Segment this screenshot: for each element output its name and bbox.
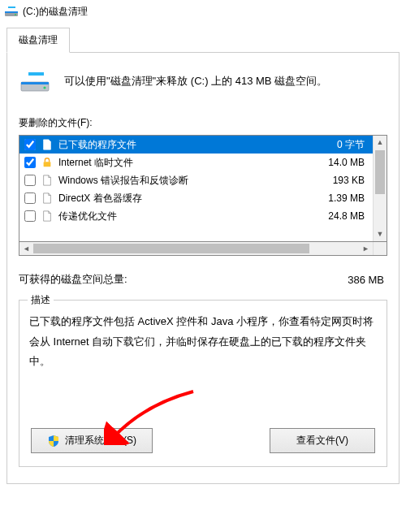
- file-size: 193 KB: [313, 175, 369, 186]
- svg-rect-8: [44, 162, 51, 167]
- lock-icon: [41, 156, 54, 169]
- list-item[interactable]: DirectX 着色器缓存1.39 MB: [19, 189, 373, 207]
- file-icon: [41, 192, 54, 205]
- svg-point-6: [43, 86, 45, 89]
- list-item[interactable]: 已下载的程序文件0 字节: [19, 136, 373, 154]
- list-item[interactable]: 传递优化文件24.8 MB: [19, 207, 373, 225]
- scroll-left-icon[interactable]: ◄: [19, 244, 33, 253]
- tab-panel: 可以使用"磁盘清理"来释放 (C:) 上的 413 MB 磁盘空间。 要删除的文…: [6, 52, 400, 484]
- scroll-down-icon[interactable]: ▼: [374, 227, 387, 241]
- svg-rect-5: [21, 82, 49, 84]
- file-checkbox[interactable]: [24, 157, 36, 168]
- svg-rect-7: [28, 72, 44, 76]
- hscroll-thumb[interactable]: [33, 244, 309, 253]
- file-label: Windows 错误报告和反馈诊断: [58, 174, 313, 188]
- file-label: DirectX 着色器缓存: [58, 192, 313, 205]
- scroll-up-icon[interactable]: ▲: [374, 136, 387, 149]
- files-listbox[interactable]: 已下载的程序文件0 字节Internet 临时文件14.0 MBWindows …: [19, 135, 387, 242]
- file-icon: [41, 138, 54, 151]
- file-icon: [41, 174, 54, 187]
- file-checkbox[interactable]: [24, 175, 36, 186]
- file-checkbox[interactable]: [24, 210, 36, 222]
- file-size: 14.0 MB: [313, 157, 369, 168]
- available-space-text: 可以使用"磁盘清理"来释放 (C:) 上的 413 MB 磁盘空间。: [64, 73, 327, 89]
- window-title: (C:)的磁盘清理: [23, 5, 88, 19]
- gain-value: 386 MB: [348, 274, 384, 286]
- files-to-delete-label: 要删除的文件(F):: [19, 116, 387, 130]
- shield-icon: [47, 435, 60, 448]
- list-item[interactable]: Internet 临时文件14.0 MB: [19, 154, 373, 171]
- file-size: 24.8 MB: [313, 210, 369, 222]
- file-size: 1.39 MB: [313, 192, 369, 204]
- file-label: 已下载的程序文件: [58, 138, 313, 152]
- description-group: 描述 已下载的程序文件包括 ActiveX 控件和 Java 小程序，你查看特定…: [19, 300, 387, 467]
- clean-system-files-button[interactable]: 清理系统文件(S): [31, 428, 153, 453]
- file-checkbox[interactable]: [24, 139, 36, 150]
- description-legend: 描述: [28, 293, 54, 307]
- file-icon: [41, 210, 54, 223]
- titlebar: (C:)的磁盘清理: [0, 0, 406, 23]
- file-size: 0 字节: [313, 138, 369, 152]
- scroll-right-icon[interactable]: ►: [359, 244, 373, 253]
- file-label: Internet 临时文件: [58, 156, 313, 170]
- disk-cleanup-icon: [5, 5, 18, 18]
- svg-rect-3: [8, 6, 15, 8]
- svg-point-2: [15, 14, 16, 15]
- drive-icon: [20, 69, 50, 93]
- view-files-button[interactable]: 查看文件(V): [270, 428, 375, 453]
- scroll-thumb[interactable]: [375, 150, 385, 194]
- tab-disk-cleanup[interactable]: 磁盘清理: [6, 28, 70, 53]
- description-text: 已下载的程序文件包括 ActiveX 控件和 Java 小程序，你查看特定网页时…: [29, 312, 377, 405]
- file-checkbox[interactable]: [24, 192, 36, 204]
- gain-label: 可获得的磁盘空间总量:: [19, 272, 127, 287]
- vertical-scrollbar[interactable]: ▲ ▼: [373, 136, 387, 241]
- svg-rect-1: [5, 11, 18, 13]
- horizontal-scrollbar[interactable]: ◄ ►: [19, 242, 387, 256]
- list-item[interactable]: Windows 错误报告和反馈诊断193 KB: [19, 171, 373, 189]
- file-label: 传递优化文件: [58, 210, 313, 223]
